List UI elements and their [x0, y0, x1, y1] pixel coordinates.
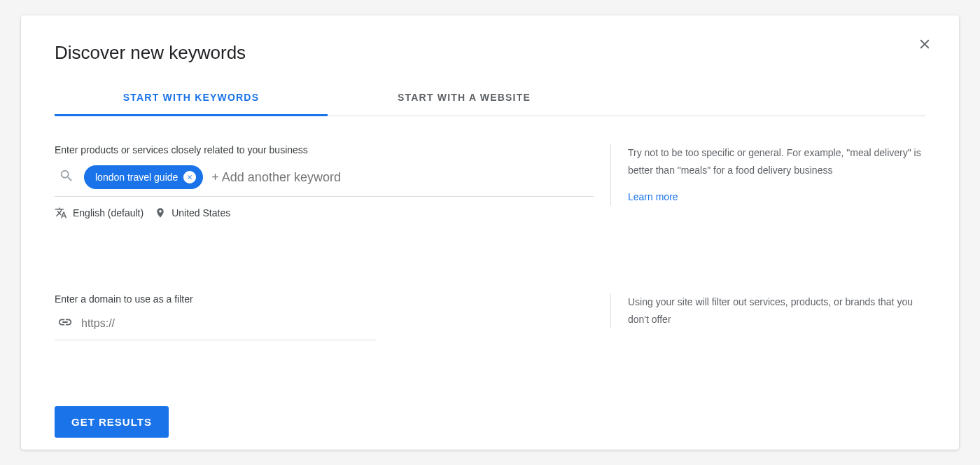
- domain-tip-text: Using your site will filter out services…: [628, 293, 925, 328]
- keywords-input-wrap[interactable]: london travel guide: [55, 165, 594, 197]
- keyword-chip-remove[interactable]: [183, 171, 196, 183]
- keyword-chip: london travel guide: [84, 165, 203, 189]
- search-icon: [59, 168, 74, 186]
- domain-input-wrap[interactable]: [55, 314, 377, 340]
- location-selector[interactable]: United States: [172, 207, 230, 218]
- page-title: Discover new keywords: [55, 42, 925, 64]
- link-icon: [57, 314, 73, 333]
- x-icon: [186, 174, 193, 181]
- language-location-row: English (default) United States: [55, 207, 594, 219]
- keywords-tip: Try not to be too specific or general. F…: [610, 144, 925, 206]
- keywords-label: Enter products or services closely relat…: [55, 144, 594, 155]
- tab-start-with-website[interactable]: START WITH A WEBSITE: [328, 83, 601, 116]
- domain-input[interactable]: [81, 317, 377, 330]
- keywords-tip-text: Try not to be too specific or general. F…: [628, 144, 925, 179]
- get-results-button[interactable]: GET RESULTS: [55, 406, 169, 438]
- translate-icon: [55, 207, 67, 219]
- keyword-chip-label: london travel guide: [95, 172, 178, 183]
- keywords-main: Enter products or services closely relat…: [55, 144, 594, 219]
- keywords-section: Enter products or services closely relat…: [55, 144, 925, 219]
- tab-bar: START WITH KEYWORDS START WITH A WEBSITE: [55, 83, 925, 116]
- close-icon: [917, 36, 932, 52]
- domain-main: Enter a domain to use as a filter: [55, 293, 594, 340]
- language-selector[interactable]: English (default): [73, 207, 144, 218]
- domain-tip: Using your site will filter out services…: [610, 293, 925, 328]
- domain-label: Enter a domain to use as a filter: [55, 293, 594, 305]
- close-button[interactable]: [917, 36, 932, 55]
- learn-more-link[interactable]: Learn more: [628, 188, 678, 206]
- domain-section: Enter a domain to use as a filter Using …: [55, 293, 925, 340]
- location-pin-icon: [155, 207, 166, 218]
- tab-start-with-keywords[interactable]: START WITH KEYWORDS: [55, 83, 328, 116]
- keyword-planner-card: Discover new keywords START WITH KEYWORD…: [21, 15, 959, 450]
- add-keyword-input[interactable]: [211, 170, 594, 185]
